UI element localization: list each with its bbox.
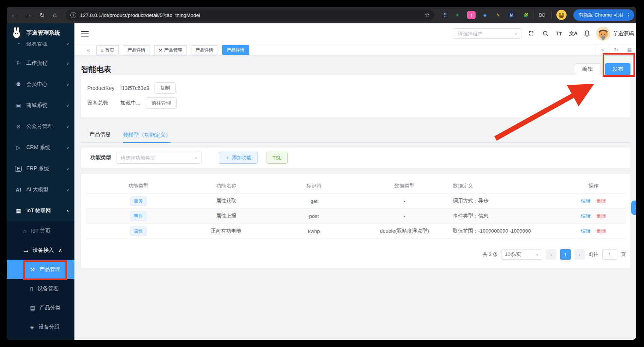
back-icon[interactable]: ← xyxy=(9,7,20,23)
sidebar-item-member[interactable]: ⚉ 会员中心 ∨ xyxy=(7,74,74,95)
browser-toolbar: ← → ↻ ⌂ i 127.0.0.1/iot/product/product/… xyxy=(7,7,636,23)
goto-manage-button[interactable]: 前往管理 xyxy=(146,97,177,109)
sidebar-item-product-management[interactable]: ⚒ 产品管理 xyxy=(7,260,74,279)
chevron-down-icon: ∨ xyxy=(536,252,539,257)
sidebar-item-device-management[interactable]: ▯ 设备管理 xyxy=(7,279,74,298)
reload-icon[interactable]: ↻ xyxy=(37,7,47,23)
crm-icon: ▷ xyxy=(15,145,22,151)
sidebar-item-iot[interactable]: ▦ IoT 物联网 ∧ xyxy=(7,200,74,221)
address-bar[interactable]: i 127.0.0.1/iot/product/product/detail/5… xyxy=(66,9,434,21)
tab-product-detail-2[interactable]: 产品详情 xyxy=(191,45,218,55)
tags-scroll-left-icon[interactable]: « xyxy=(83,44,94,55)
device-total-label: 设备总数 xyxy=(87,100,120,107)
pagination: 共 3 条 10条/页 ∨ ‹ 1 › 前往 页 xyxy=(483,249,626,260)
tsl-button[interactable]: TSL xyxy=(267,152,288,164)
row-delete-link[interactable]: 删除 xyxy=(597,228,606,234)
forward-icon[interactable]: → xyxy=(23,7,34,23)
iot-submenu: ⌂ IoT 首页 ▭ 设备接入 ∧ ⚒ 产品管理 ▯ 设备管理 ▤ 产品分类 ◈ xyxy=(7,221,74,340)
row-edit-link[interactable]: 编辑 xyxy=(581,213,591,219)
sidebar-item-mp[interactable]: ⊘ 公众号管理 ∨ xyxy=(7,116,74,137)
font-size-icon[interactable]: Tт xyxy=(554,29,564,38)
pagination-total: 共 3 条 xyxy=(483,251,498,258)
goto-page-input[interactable] xyxy=(602,249,617,260)
tags-refresh-icon[interactable]: ↻ xyxy=(609,44,623,55)
data-type: - xyxy=(367,193,442,209)
monitor-icon: ▭ xyxy=(23,247,28,253)
broom-extension-icon[interactable]: ✎ xyxy=(494,11,502,19)
locale-icon[interactable]: 文A xyxy=(568,29,578,38)
erp-icon: E xyxy=(15,166,22,172)
grid-extension-icon[interactable]: ⠿ xyxy=(441,11,449,19)
row-delete-link[interactable]: 删除 xyxy=(597,213,606,219)
app-logo[interactable]: 芋道管理系统 xyxy=(7,23,74,42)
sidebar-item-device-group[interactable]: ◈ 设备分组 xyxy=(7,317,74,336)
add-function-button[interactable]: ＋ 添加功能 xyxy=(219,152,258,164)
pagination-page-1[interactable]: 1 xyxy=(560,249,571,260)
extensions-puzzle-icon[interactable]: 🧩 xyxy=(522,11,530,19)
data-type: double(双精度浮点型) xyxy=(367,224,442,239)
settings-gear-button[interactable]: ⚙ xyxy=(631,201,636,215)
sidebar-collapse-icon[interactable] xyxy=(81,30,89,37)
function-type-select-input[interactable] xyxy=(121,155,194,161)
row-delete-link[interactable]: 删除 xyxy=(597,198,606,204)
sidebar-item-device-access[interactable]: ▭ 设备接入 ∧ xyxy=(7,240,74,260)
function-type-label: 功能类型 xyxy=(90,154,111,161)
sidebar-item-iot-home[interactable]: ⌂ IoT 首页 xyxy=(7,221,74,240)
row-edit-link[interactable]: 编辑 xyxy=(581,198,591,204)
sidebar-item-mall[interactable]: ▣ 商城系统 ∨ xyxy=(7,95,74,116)
tab-thing-model[interactable]: 物模型（功能定义） xyxy=(123,128,171,143)
sidebar-item-workflow[interactable]: ⚐ 工作流程 ∨ xyxy=(7,53,74,74)
pagination-prev-button[interactable]: ‹ xyxy=(546,249,556,260)
chrome-menu-icon[interactable]: ⋮ xyxy=(626,12,631,18)
pin-extension-icon[interactable]: ◆ xyxy=(481,11,489,19)
tab-product-detail-1[interactable]: 产品详情 xyxy=(123,45,150,55)
fullscreen-icon[interactable]: ⛶ xyxy=(526,29,536,38)
copy-button[interactable]: 复制 xyxy=(155,82,176,94)
capture-tool-icon[interactable]: ⌧ xyxy=(538,11,546,19)
chevron-down-icon: ∨ xyxy=(66,145,69,150)
table-row: 属性 正向有功电能 kwhp double(双精度浮点型) 取值范围：-1000… xyxy=(86,224,626,239)
row-edit-link[interactable]: 编辑 xyxy=(581,228,591,234)
bookmark-star-icon[interactable]: ☆ xyxy=(425,12,430,18)
user-avatar[interactable] xyxy=(596,27,610,41)
tab-product-detail-active[interactable]: 产品详情 xyxy=(222,45,249,55)
username[interactable]: 芋道源码 xyxy=(613,30,634,37)
search-icon[interactable] xyxy=(541,29,550,38)
toolbar-separator xyxy=(551,11,552,19)
tab-product-info[interactable]: 产品信息 xyxy=(89,127,111,142)
tags-layout-icon[interactable]: ▦ xyxy=(623,44,636,55)
tenant-select-input[interactable] xyxy=(458,31,514,37)
sidebar-item-erp[interactable]: E ERP 系统 ∨ xyxy=(7,158,74,179)
chrome-profile-avatar[interactable] xyxy=(556,10,567,20)
tags-view-bar: « ⌂ 首页 产品详情 ⚒ 产品管理 产品详情 产品详情 xyxy=(74,44,636,56)
sidebar-item-product-category[interactable]: ▤ 产品分类 xyxy=(7,298,74,317)
chevron-down-icon: ∨ xyxy=(66,82,69,87)
identifier: post xyxy=(261,209,367,224)
m-extension-icon[interactable]: M xyxy=(508,11,516,19)
function-type-select[interactable]: ∨ xyxy=(117,152,202,164)
tags-scroll-right-icon[interactable]: » xyxy=(596,44,609,55)
chevron-up-icon: ∧ xyxy=(58,247,62,253)
browser-home-icon[interactable]: ⌂ xyxy=(50,7,60,23)
sidebar-item-ai[interactable]: AI AI 大模型 ∨ xyxy=(7,179,74,200)
page-size-select[interactable]: 10条/页 ∨ xyxy=(502,249,542,260)
goto-label: 前往 xyxy=(589,251,599,258)
tenant-select[interactable]: ∨ xyxy=(454,28,521,39)
sidebar-item-crm[interactable]: ▷ CRM 系统 ∨ xyxy=(7,137,74,158)
url-text[interactable]: 127.0.0.1/iot/product/product/detail/5?t… xyxy=(80,12,425,18)
workflow-icon: ⚐ xyxy=(15,60,22,66)
tab-product-management[interactable]: ⚒ 产品管理 xyxy=(154,45,187,55)
notification-bell-icon[interactable] xyxy=(582,29,592,38)
publish-button[interactable]: 发布 xyxy=(605,63,630,75)
translate-extension-icon[interactable]: t xyxy=(467,11,476,19)
atom-extension-icon[interactable]: ✳ xyxy=(453,11,461,19)
logo-rabbit-image xyxy=(10,26,23,40)
pagination-next-button[interactable]: › xyxy=(574,249,585,260)
tab-home[interactable]: ⌂ 首页 xyxy=(96,45,119,55)
chrome-update-button[interactable]: 有新版 Chrome 可用 ⋮ xyxy=(573,9,634,21)
edit-button[interactable]: 编辑 xyxy=(575,63,600,75)
product-key-value: f13f57c63e9 xyxy=(120,85,149,91)
site-info-icon[interactable]: i xyxy=(70,12,76,18)
iot-icon: ▦ xyxy=(15,208,22,214)
browser-window: ← → ↻ ⌂ i 127.0.0.1/iot/product/product/… xyxy=(7,7,636,340)
